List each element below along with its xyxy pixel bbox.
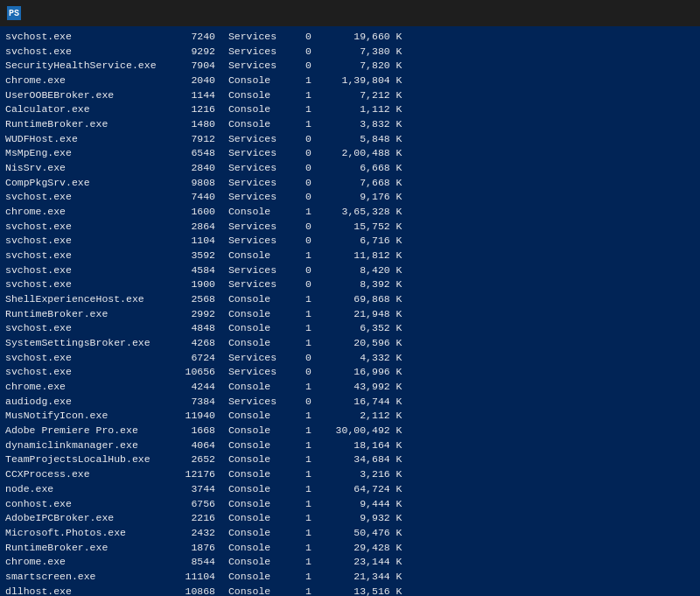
process-row: svchost.exe 10656 Services 0 16,996 K [5,365,695,380]
process-row: WUDFHost.exe 7912 Services 0 5,848 K [5,132,695,147]
process-row: Calculator.exe 1216 Console 1 1,112 K [5,102,695,117]
process-row: SystemSettingsBroker.exe 4268 Console 1 … [5,336,695,351]
process-row: TeamProjectsLocalHub.exe 2652 Console 1 … [5,452,695,467]
process-row: audiodg.exe 7384 Services 0 16,744 K [5,395,695,410]
minimize-button[interactable] [621,4,644,22]
maximize-button[interactable] [646,4,668,22]
process-row: MusNotifyIcon.exe 11940 Console 1 2,112 … [5,409,695,424]
process-row: svchost.exe 1104 Services 0 6,716 K [5,234,695,249]
process-row: RuntimeBroker.exe 1480 Console 1 3,832 K [5,117,695,132]
process-row: svchost.exe 3592 Console 1 11,812 K [5,249,695,263]
process-row: smartscreen.exe 11104 Console 1 21,344 K [5,570,695,585]
process-row: svchost.exe 7240 Services 0 19,660 K [5,30,695,45]
process-row: Microsoft.Photos.exe 2432 Console 1 50,4… [5,526,695,541]
process-row: dllhost.exe 10868 Console 1 13,516 K [5,585,695,596]
close-button[interactable] [670,4,693,22]
process-row: svchost.exe 4584 Services 0 8,420 K [5,263,695,278]
process-row: dynamiclinkmanager.exe 4064 Console 1 18… [5,438,695,453]
process-row: SecurityHealthService.exe 7904 Services … [5,59,695,74]
process-row: svchost.exe 6724 Services 0 4,332 K [5,351,695,366]
process-row: conhost.exe 6756 Console 1 9,444 K [5,497,695,512]
process-row: svchost.exe 1900 Services 0 8,392 K [5,277,695,292]
process-row: chrome.exe 1600 Console 1 3,65,328 K [5,205,695,220]
process-row: chrome.exe 4244 Console 1 43,992 K [5,380,695,395]
process-row: ShellExperienceHost.exe 2568 Console 1 6… [5,292,695,307]
process-row: RuntimeBroker.exe 2992 Console 1 21,948 … [5,307,695,322]
process-row: CompPkgSrv.exe 9808 Services 0 7,668 K [5,176,695,191]
process-row: Adobe Premiere Pro.exe 1668 Console 1 30… [5,424,695,438]
terminal[interactable]: svchost.exe 7240 Services 0 19,660 K svc… [0,26,700,596]
process-row: AdobeIPCBroker.exe 2216 Console 1 9,932 … [5,511,695,526]
process-row: NisSrv.exe 2840 Services 0 6,668 K [5,161,695,176]
process-row: RuntimeBroker.exe 1876 Console 1 29,428 … [5,541,695,556]
terminal-content: svchost.exe 7240 Services 0 19,660 K svc… [5,30,695,596]
process-row: node.exe 3744 Console 1 64,724 K [5,482,695,497]
process-row: CCXProcess.exe 12176 Console 1 3,216 K [5,467,695,482]
process-row: svchost.exe 9292 Services 0 7,380 K [5,45,695,60]
process-row: UserOOBEBroker.exe 1144 Console 1 7,212 … [5,88,695,103]
process-row: chrome.exe 8544 Console 1 23,144 K [5,555,695,570]
window-icon: PS [7,6,21,20]
process-row: svchost.exe 4848 Console 1 6,352 K [5,321,695,336]
process-row: MsMpEng.exe 6548 Services 0 2,00,488 K [5,146,695,161]
process-row: svchost.exe 7440 Services 0 9,176 K [5,190,695,205]
window-controls [621,4,693,22]
process-row: chrome.exe 2040 Console 1 1,39,804 K [5,74,695,88]
title-bar: PS [0,0,700,26]
process-row: svchost.exe 2864 Services 0 15,752 K [5,220,695,235]
